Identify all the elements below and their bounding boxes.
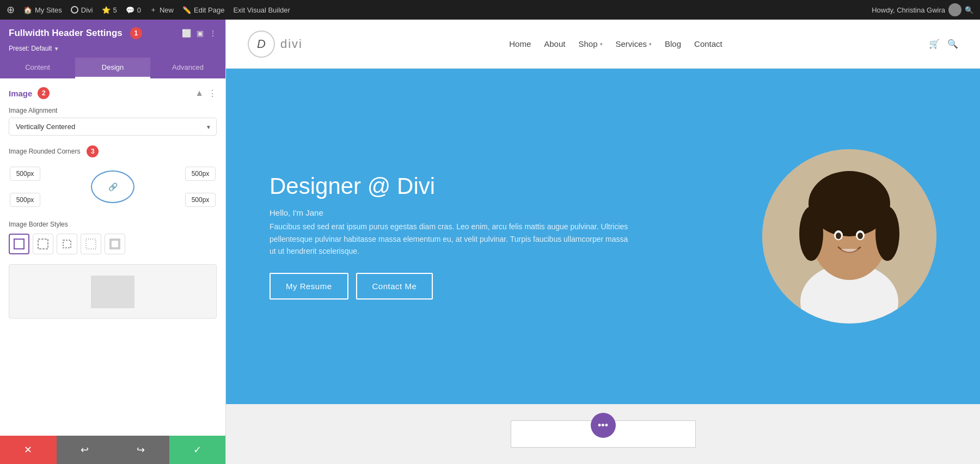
border-style-dashed-outer[interactable]	[33, 234, 53, 254]
pencil-icon: ✏️	[182, 6, 191, 14]
svg-rect-1	[38, 239, 48, 249]
shop-dropdown-arrow: ▾	[600, 41, 603, 47]
divi-icon	[71, 6, 78, 14]
link-icon: 🔗	[108, 182, 118, 191]
settings-panel: Fullwidth Header Settings 1 ⬜ ▣ ⋮ Preset…	[0, 20, 226, 464]
contact-button[interactable]: Contact Me	[356, 273, 433, 300]
resume-button[interactable]: My Resume	[270, 273, 348, 300]
save-icon: ✓	[193, 444, 201, 456]
star-icon: ⭐	[102, 6, 111, 14]
home-icon: 🏠	[23, 6, 32, 14]
menu-item-about[interactable]: About	[544, 39, 565, 48]
collapse-icon[interactable]: ▲	[195, 88, 204, 98]
image-alignment-label: Image Alignment	[9, 107, 217, 114]
more-icon[interactable]: ⋮	[209, 29, 217, 38]
preview-box	[9, 264, 217, 319]
logo-circle: D	[248, 30, 275, 58]
hero-title: Designer @ Divi	[270, 173, 636, 199]
redo-button[interactable]: ↪	[113, 436, 169, 464]
hero-buttons: My Resume Contact Me	[270, 273, 636, 300]
site-navigation: D divi Home About Shop ▾ Services ▾ Blog…	[226, 20, 980, 69]
howdy-item: Howdy, Christina Gwira 🔍	[872, 3, 973, 16]
svg-rect-2	[63, 240, 71, 248]
my-sites-item[interactable]: 🏠 My Sites	[23, 6, 62, 14]
hero-subtitle: Hello, I'm Jane	[270, 208, 636, 217]
cart-icon[interactable]: 🛒	[929, 39, 940, 49]
redo-icon: ↪	[137, 444, 145, 456]
border-style-double[interactable]	[105, 234, 125, 254]
divi-item[interactable]: Divi	[71, 6, 93, 14]
border-style-solid[interactable]	[9, 234, 29, 254]
tab-design[interactable]: Design	[75, 58, 150, 78]
undo-icon: ↩	[81, 444, 89, 456]
tab-advanced[interactable]: Advanced	[150, 58, 225, 78]
panel-footer: ✕ ↩ ↪ ✓	[0, 436, 225, 464]
panel-content: Image 2 ▲ ⋮ Image Alignment Vertically C…	[0, 78, 225, 436]
menu-icons: 🛒 🔍	[929, 39, 958, 49]
person-svg	[762, 149, 936, 323]
new-item[interactable]: ＋ New	[150, 5, 174, 15]
menu-item-services[interactable]: Services ▾	[616, 39, 652, 48]
search-nav-icon[interactable]: 🔍	[947, 39, 958, 49]
expand-icon[interactable]: ▣	[197, 29, 204, 38]
border-styles-section: Image Border Styles	[9, 221, 217, 254]
hero-image	[762, 149, 936, 323]
hero-body: Faucibus sed sed erat ipsum purus egesta…	[270, 221, 636, 257]
user-avatar	[948, 3, 961, 16]
menu-item-blog[interactable]: Blog	[665, 39, 681, 48]
step-badge-3: 3	[87, 145, 99, 157]
step-badge-1: 1	[130, 27, 142, 39]
corner-top-left[interactable]	[10, 167, 40, 181]
border-styles-label: Image Border Styles	[9, 221, 217, 228]
image-alignment-select[interactable]: Vertically Centered Top Bottom Left Righ…	[9, 118, 217, 136]
menu-item-home[interactable]: Home	[509, 39, 531, 48]
cancel-icon: ✕	[24, 444, 32, 456]
wp-admin-bar: ⊕ 🏠 My Sites Divi ⭐ 5 💬 0 ＋ New ✏️ Edit …	[0, 0, 980, 20]
bottom-section: •••	[226, 404, 980, 464]
undo-button[interactable]: ↩	[57, 436, 113, 464]
svg-rect-3	[86, 239, 96, 249]
panel-tabs: Content Design Advanced	[0, 58, 225, 78]
corners-label: Image Rounded Corners	[9, 148, 80, 155]
search-icon[interactable]: 🔍	[965, 6, 973, 14]
border-style-dotted[interactable]	[81, 234, 101, 254]
save-button[interactable]: ✓	[169, 436, 226, 464]
corner-bottom-right[interactable]	[185, 193, 216, 207]
exit-builder-item[interactable]: Exit Visual Builder	[233, 6, 290, 14]
image-alignment-select-wrapper[interactable]: Vertically Centered Top Bottom Left Righ…	[9, 118, 217, 136]
logo-text: divi	[280, 37, 303, 51]
corner-top-right[interactable]	[185, 167, 216, 181]
svg-point-11	[799, 206, 823, 261]
image-alignment-field: Image Alignment Vertically Centered Top …	[9, 107, 217, 136]
image-section-title: Image	[9, 89, 32, 98]
tab-content[interactable]: Content	[0, 58, 75, 78]
menu-item-shop[interactable]: Shop ▾	[578, 39, 602, 48]
menu-item-contact[interactable]: Contact	[694, 39, 722, 48]
border-style-dashed-inner[interactable]	[57, 234, 77, 254]
site-preview: D divi Home About Shop ▾ Services ▾ Blog…	[226, 20, 980, 464]
cancel-button[interactable]: ✕	[0, 436, 57, 464]
comment-icon: 💬	[126, 6, 134, 14]
panel-header: Fullwidth Header Settings 1 ⬜ ▣ ⋮ Preset…	[0, 20, 225, 58]
floating-action-button[interactable]: •••	[591, 413, 616, 438]
edit-page-item[interactable]: ✏️ Edit Page	[182, 6, 224, 14]
panel-title: Fullwidth Header Settings	[9, 28, 122, 39]
minimize-icon[interactable]: ⬜	[182, 29, 191, 38]
corner-bottom-left[interactable]	[10, 193, 40, 207]
svg-point-12	[875, 206, 899, 261]
svg-rect-0	[14, 239, 24, 249]
hero-content: Designer @ Divi Hello, I'm Jane Faucibus…	[270, 173, 636, 299]
corner-link-visual[interactable]: 🔗	[91, 170, 134, 203]
plus-icon: ＋	[150, 5, 157, 15]
comment-count-item[interactable]: 💬 0	[126, 6, 141, 14]
svg-point-16	[857, 233, 863, 239]
step-badge-2: 2	[38, 87, 50, 99]
svg-rect-5	[111, 240, 119, 248]
preview-inner	[91, 276, 134, 308]
wp-logo-item[interactable]: ⊕	[7, 4, 15, 16]
svg-rect-4	[110, 239, 120, 249]
site-menu: Home About Shop ▾ Services ▾ Blog Contac…	[509, 39, 722, 48]
section-more-icon[interactable]: ⋮	[208, 88, 217, 99]
image-section-header: Image 2 ▲ ⋮	[9, 87, 217, 99]
comments-item[interactable]: ⭐ 5	[102, 6, 117, 14]
